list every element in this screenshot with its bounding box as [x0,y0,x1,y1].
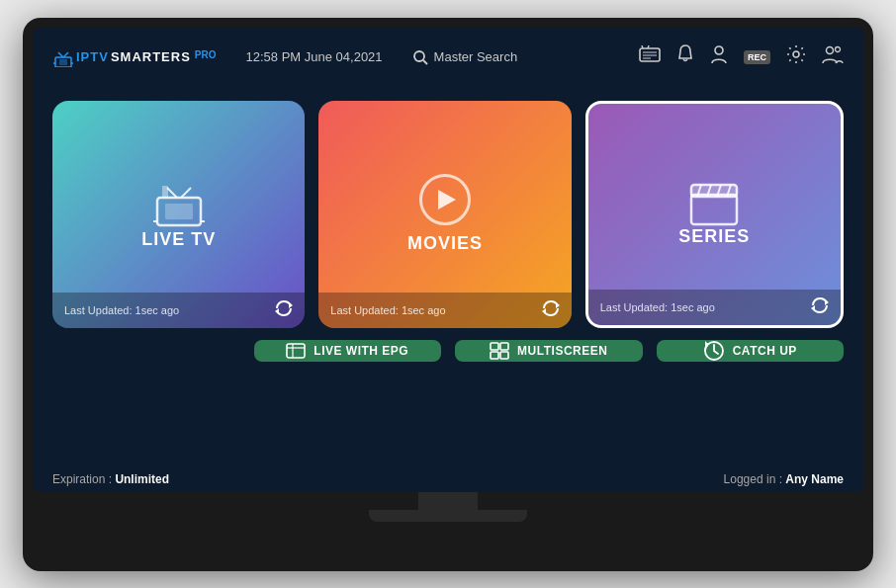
play-triangle-icon [438,190,456,210]
svg-point-15 [793,51,799,57]
live-epg-button[interactable]: LIVE WITH EPG [254,340,442,362]
movies-title: MOVIES [407,233,483,254]
header-icons: REC [639,44,844,69]
live-tv-refresh-icon[interactable] [275,300,293,320]
multi-user-icon-svg [822,44,844,64]
svg-marker-27 [556,302,560,308]
svg-line-19 [181,188,191,198]
settings-icon[interactable] [786,44,806,69]
logged-in-label: Logged in : [724,472,786,486]
series-title: SERIES [678,226,750,247]
svg-rect-29 [691,195,737,224]
svg-line-7 [423,60,427,64]
svg-rect-3 [59,59,67,65]
svg-rect-42 [491,352,498,359]
logo-iptv-text: IPTV [76,49,109,64]
expiration-info: Expiration : Unlimited [52,472,169,486]
live-epg-label: LIVE WITH EPG [314,344,408,358]
multiscreen-icon [490,342,509,360]
svg-line-10 [648,45,649,48]
multiscreen-label: MULTISCREEN [517,344,607,358]
live-tv-icon [149,178,209,229]
epg-icon [286,342,306,360]
tv-screen: IPTV SMARTERS PRO 12:58 PM June 04,2021 … [33,28,863,492]
svg-rect-43 [500,352,508,359]
search-label: Master Search [434,49,518,64]
schedule-icon[interactable] [639,45,661,68]
series-card[interactable]: SERIES Last Updated: 1sec ago [585,101,844,328]
logo: IPTV SMARTERS PRO [52,47,217,67]
live-tv-update: Last Updated: 1sec ago [64,304,179,316]
svg-line-9 [642,45,643,48]
live-tv-card[interactable]: LIVE TV Last Updated: 1sec ago [52,101,305,328]
svg-line-18 [167,188,177,198]
logged-in-value: Any Name [785,472,844,486]
svg-rect-40 [491,343,498,350]
svg-point-17 [836,47,841,52]
logo-smarters-text: SMARTERS [111,49,191,64]
search-icon [412,49,428,65]
spacer-live-tv [52,340,240,362]
movies-update: Last Updated: 1sec ago [330,304,445,316]
svg-marker-36 [811,305,815,311]
svg-rect-21 [165,204,193,219]
svg-point-16 [827,47,834,54]
datetime-display: 12:58 PM June 04,2021 [246,49,383,64]
expiration-value: Unlimited [115,472,169,486]
svg-rect-41 [500,343,508,350]
tv-frame: IPTV SMARTERS PRO 12:58 PM June 04,2021 … [23,18,873,571]
svg-marker-28 [542,308,546,314]
svg-point-14 [715,46,723,54]
svg-rect-37 [287,344,305,358]
multi-user-icon[interactable] [822,44,844,69]
main-content: LIVE TV Last Updated: 1sec ago [33,87,863,466]
series-bottom: Last Updated: 1sec ago [588,290,841,325]
catchup-icon [703,340,725,362]
tv-neck [418,492,478,510]
action-buttons-row: LIVE WITH EPG MULTISCREEN [52,340,844,362]
rec-button[interactable]: REC [744,50,770,64]
movies-refresh-icon[interactable] [542,300,560,320]
tv-base [369,510,527,522]
svg-marker-35 [825,299,829,305]
bell-icon-svg [676,44,694,64]
user-icon-svg [710,44,728,64]
radio-icon-svg [639,45,661,63]
footer-info: Expiration : Unlimited Logged in : Any N… [33,466,863,492]
catch-up-label: CATCH UP [733,344,797,358]
expiration-label: Expiration : [52,472,115,486]
user-icon[interactable] [710,44,728,69]
series-update: Last Updated: 1sec ago [600,301,715,313]
master-search[interactable]: Master Search [412,49,639,65]
movies-bottom: Last Updated: 1sec ago [318,293,571,328]
svg-point-6 [414,51,424,61]
header-bar: IPTV SMARTERS PRO 12:58 PM June 04,2021 … [33,28,863,87]
settings-icon-svg [786,44,806,64]
svg-marker-26 [275,308,279,314]
bell-icon[interactable] [676,44,694,69]
catch-up-button[interactable]: CATCH UP [657,340,845,362]
tv-logo-icon [52,47,74,67]
logged-in-info: Logged in : Any Name [724,472,844,486]
logo-pro-text: PRO [195,49,217,60]
series-refresh-icon[interactable] [811,297,829,317]
svg-rect-22 [162,186,168,198]
live-tv-bottom: Last Updated: 1sec ago [52,293,305,328]
series-clapper-icon [687,181,741,226]
cards-row: LIVE TV Last Updated: 1sec ago [52,101,844,328]
movies-play-button[interactable] [419,174,471,225]
live-tv-title: LIVE TV [141,229,216,250]
tv-stand [369,492,527,522]
movies-card[interactable]: MOVIES Last Updated: 1sec ago [318,101,571,328]
svg-marker-25 [289,302,293,308]
multiscreen-button[interactable]: MULTISCREEN [455,340,643,362]
